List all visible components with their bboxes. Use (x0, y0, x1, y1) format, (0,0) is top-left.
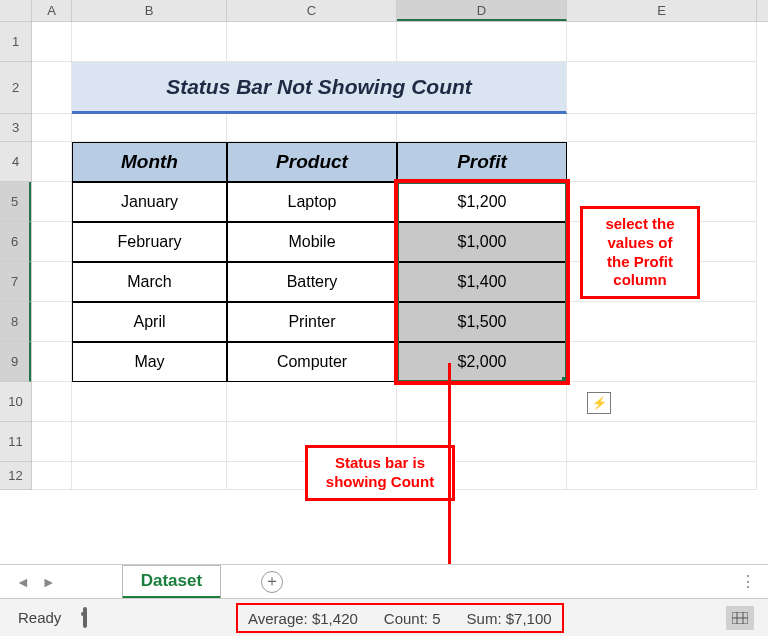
title-cell[interactable]: Status Bar Not Showing Count (72, 62, 567, 114)
cell-month-0[interactable]: January (72, 182, 227, 222)
cell-profit-0[interactable]: $1,200 (397, 182, 567, 222)
cell-c1[interactable] (227, 22, 397, 62)
cell-a5[interactable] (32, 182, 72, 222)
cell-month-4[interactable]: May (72, 342, 227, 382)
row-headers: 1 2 3 4 5 6 7 8 9 10 11 12 (0, 22, 32, 490)
select-all-corner[interactable] (0, 0, 32, 21)
normal-view-button[interactable] (726, 606, 754, 630)
quick-analysis-button[interactable]: ⚡ (587, 392, 611, 414)
header-profit[interactable]: Profit (397, 142, 567, 182)
cell-b12[interactable] (72, 462, 227, 490)
row-head-3[interactable]: 3 (0, 114, 31, 142)
cell-a7[interactable] (32, 262, 72, 302)
tabs-menu-icon[interactable]: ⋮ (740, 572, 768, 591)
col-head-b[interactable]: B (72, 0, 227, 21)
col-head-a[interactable]: A (32, 0, 72, 21)
status-aggregates[interactable]: Average: $1,420 Count: 5 Sum: $7,100 (236, 603, 564, 633)
row-head-1[interactable]: 1 (0, 22, 31, 62)
cell-c3[interactable] (227, 114, 397, 142)
cell-c10[interactable] (227, 382, 397, 422)
row-head-2[interactable]: 2 (0, 62, 31, 114)
cell-d1[interactable] (397, 22, 567, 62)
cell-b10[interactable] (72, 382, 227, 422)
cell-a3[interactable] (32, 114, 72, 142)
cell-e8[interactable] (567, 302, 757, 342)
cell-a10[interactable] (32, 382, 72, 422)
annotation-connector-v (448, 363, 451, 385)
cell-month-2[interactable]: March (72, 262, 227, 302)
macro-record-icon[interactable] (83, 609, 87, 626)
tab-nav-next[interactable]: ► (36, 574, 62, 590)
cell-b11[interactable] (72, 422, 227, 462)
cell-e4[interactable] (567, 142, 757, 182)
cell-profit-1[interactable]: $1,000 (397, 222, 567, 262)
status-sum: Sum: $7,100 (467, 610, 552, 627)
status-count: Count: 5 (384, 610, 441, 627)
sheet-tab-active[interactable]: Dataset (122, 565, 221, 599)
row-head-10[interactable]: 10 (0, 382, 31, 422)
callout-select-profit: select the values of the Profit column (580, 206, 700, 299)
row-head-9[interactable]: 9 (0, 342, 31, 382)
col-head-c[interactable]: C (227, 0, 397, 21)
cell-month-1[interactable]: February (72, 222, 227, 262)
cell-product-3[interactable]: Printer (227, 302, 397, 342)
cell-e11[interactable] (567, 422, 757, 462)
cell-a4[interactable] (32, 142, 72, 182)
status-ready: Ready (18, 609, 61, 626)
row-head-8[interactable]: 8 (0, 302, 31, 342)
cell-product-4[interactable]: Computer (227, 342, 397, 382)
callout-statusbar-count: Status bar is showing Count (305, 445, 455, 501)
cell-b1[interactable] (72, 22, 227, 62)
col-head-e[interactable]: E (567, 0, 757, 21)
cell-a12[interactable] (32, 462, 72, 490)
cell-e1[interactable] (567, 22, 757, 62)
row-head-11[interactable]: 11 (0, 422, 31, 462)
column-headers: A B C D E (0, 0, 768, 22)
header-month[interactable]: Month (72, 142, 227, 182)
header-product[interactable]: Product (227, 142, 397, 182)
cell-product-0[interactable]: Laptop (227, 182, 397, 222)
grid-icon (732, 612, 748, 624)
cell-e12[interactable] (567, 462, 757, 490)
cell-d3[interactable] (397, 114, 567, 142)
row-head-5[interactable]: 5 (0, 182, 31, 222)
plus-icon: ＋ (264, 571, 280, 592)
cell-d10[interactable] (397, 382, 567, 422)
row-head-4[interactable]: 4 (0, 142, 31, 182)
cell-b3[interactable] (72, 114, 227, 142)
col-head-d[interactable]: D (397, 0, 567, 21)
cell-e3[interactable] (567, 114, 757, 142)
cell-a1[interactable] (32, 22, 72, 62)
lightning-icon: ⚡ (592, 396, 607, 410)
row-head-7[interactable]: 7 (0, 262, 31, 302)
cell-a9[interactable] (32, 342, 72, 382)
cell-a11[interactable] (32, 422, 72, 462)
cell-a6[interactable] (32, 222, 72, 262)
cell-month-3[interactable]: April (72, 302, 227, 342)
cell-e2[interactable] (567, 62, 757, 114)
annotation-arrow-corner (448, 385, 451, 388)
cell-a2[interactable] (32, 62, 72, 114)
row-head-12[interactable]: 12 (0, 462, 31, 490)
cell-product-1[interactable]: Mobile (227, 222, 397, 262)
row-head-6[interactable]: 6 (0, 222, 31, 262)
cell-product-2[interactable]: Battery (227, 262, 397, 302)
cell-a8[interactable] (32, 302, 72, 342)
cell-profit-4[interactable]: $2,000 (397, 342, 567, 382)
cell-profit-3[interactable]: $1,500 (397, 302, 567, 342)
new-sheet-button[interactable]: ＋ (261, 571, 283, 593)
cell-profit-2[interactable]: $1,400 (397, 262, 567, 302)
status-average: Average: $1,420 (248, 610, 358, 627)
tab-nav-prev[interactable]: ◄ (10, 574, 36, 590)
sheet-tabs-bar: ◄ ► Dataset ＋ ⋮ (0, 564, 768, 598)
cell-e9[interactable] (567, 342, 757, 382)
